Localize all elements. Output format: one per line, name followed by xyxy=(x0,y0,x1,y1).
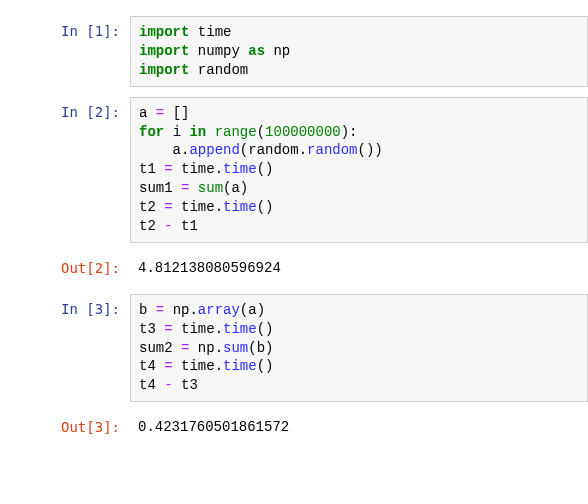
output-cell: Out[2]:4.812138080596924 xyxy=(20,253,588,284)
code-content: b = np.array(a) t3 = time.time() sum2 = … xyxy=(139,301,579,395)
input-cell[interactable]: In [1]:import time import numpy as np im… xyxy=(20,16,588,87)
output-text: 0.4231760501861572 xyxy=(130,412,588,443)
output-value: 4.812138080596924 xyxy=(138,259,580,278)
output-cell: Out[3]:0.4231760501861572 xyxy=(20,412,588,443)
notebook-container: In [1]:import time import numpy as np im… xyxy=(20,16,588,443)
output-value: 0.4231760501861572 xyxy=(138,418,580,437)
output-prompt: Out[2]: xyxy=(20,253,130,278)
output-prompt: Out[3]: xyxy=(20,412,130,437)
code-content: import time import numpy as np import ra… xyxy=(139,23,579,80)
code-input[interactable]: import time import numpy as np import ra… xyxy=(130,16,588,87)
input-prompt: In [3]: xyxy=(20,294,130,319)
input-prompt: In [1]: xyxy=(20,16,130,41)
code-input[interactable]: b = np.array(a) t3 = time.time() sum2 = … xyxy=(130,294,588,402)
input-cell[interactable]: In [3]:b = np.array(a) t3 = time.time() … xyxy=(20,294,588,402)
input-cell[interactable]: In [2]:a = [] for i in range(100000000):… xyxy=(20,97,588,243)
output-text: 4.812138080596924 xyxy=(130,253,588,284)
code-content: a = [] for i in range(100000000): a.appe… xyxy=(139,104,579,236)
code-input[interactable]: a = [] for i in range(100000000): a.appe… xyxy=(130,97,588,243)
input-prompt: In [2]: xyxy=(20,97,130,122)
